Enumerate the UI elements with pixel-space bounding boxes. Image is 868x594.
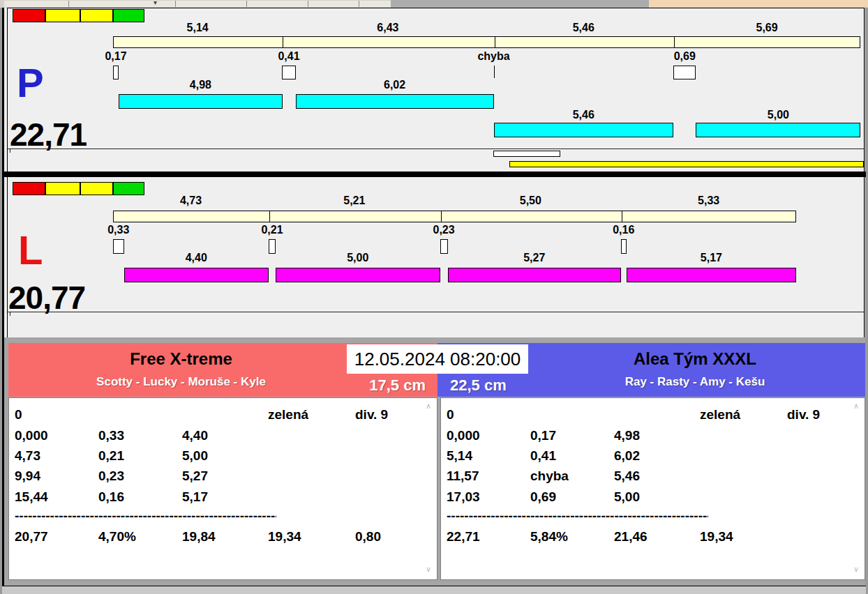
- table-total-cell: 0,80: [355, 529, 381, 544]
- table-cell: 5,17: [182, 489, 208, 505]
- table-division: div. 9: [787, 407, 820, 422]
- table-total-cell: 4,70%: [98, 529, 136, 544]
- table-status: zelená: [268, 407, 308, 422]
- segment-time-label: 5,21: [343, 195, 365, 207]
- table-total-cell: 21,46: [614, 529, 648, 544]
- toolbar-segment: [308, 1, 359, 7]
- toolbar-gray-block: [391, 0, 649, 8]
- segment-time-label: 5,33: [698, 195, 719, 207]
- table-cell: 0,41: [530, 448, 556, 464]
- table-separator: ----------------------------------------…: [15, 508, 276, 524]
- scroll-up-icon[interactable]: ∧: [426, 402, 431, 410]
- background-window-strip: ▾: [0, 0, 868, 8]
- table-start-code: 0: [447, 407, 454, 422]
- table-cell: 0,23: [98, 469, 124, 484]
- run-bar: [276, 268, 440, 282]
- change-time-box: [113, 239, 124, 254]
- table-cell: 0,69: [530, 489, 556, 505]
- table-cell: 0,16: [98, 489, 124, 505]
- traffic-light-segment: [113, 182, 144, 195]
- jump-height-left: 17,5 cm: [307, 376, 426, 395]
- table-total-cell: 19,34: [700, 529, 733, 544]
- table-total-cell: 5,84%: [530, 529, 568, 544]
- toolbar-tan-block: [649, 0, 868, 7]
- table-cell: 0,33: [98, 428, 124, 443]
- result-table-right[interactable]: 0zelenádiv. 90,0000,174,985,140,416,0211…: [440, 397, 865, 580]
- lane-total-time: 20,77: [8, 282, 85, 314]
- table-cell: 4,98: [614, 428, 640, 443]
- change-time-box: [269, 239, 276, 254]
- table-cell: 5,27: [182, 469, 208, 484]
- table-cell: 0,000: [15, 428, 48, 443]
- table-cell: 0,000: [447, 428, 480, 443]
- team-dogs-left: Scotty - Lucky - Moruše - Kyle: [8, 375, 354, 389]
- race-datetime: 12.05.2024 08:20:00: [347, 344, 528, 374]
- scroll-down-icon[interactable]: ∨: [426, 565, 431, 573]
- results-panel: Free X-treme Scotty - Lucky - Moruše - K…: [4, 337, 865, 586]
- table-cell: 4,40: [182, 428, 208, 443]
- table-cell: 15,44: [15, 489, 48, 505]
- lane-footer-tick: [10, 312, 10, 316]
- run-time-label: 5,17: [701, 252, 722, 264]
- result-table-left[interactable]: 0zelenádiv. 90,0000,334,404,730,215,009,…: [8, 397, 437, 580]
- table-separator: ----------------------------------------…: [447, 508, 708, 524]
- change-time-box: [621, 239, 627, 254]
- change-time-label: 0,23: [433, 224, 455, 236]
- team-dogs-right: Ray - Rasty - Amy - Kešu: [525, 375, 865, 389]
- segment-divider: [269, 211, 270, 222]
- team-name-left: Free X-treme: [8, 349, 354, 369]
- segment-divider: [622, 211, 622, 222]
- run-time-label: 4,40: [186, 252, 207, 264]
- lane-footer-line: [8, 312, 865, 312]
- segment-time-label: 4,73: [180, 195, 202, 207]
- run-time-label: 5,27: [523, 252, 545, 264]
- table-total-cell: 22,71: [447, 529, 480, 544]
- table-total-cell: 19,84: [182, 529, 216, 544]
- caret-down-icon: ▾: [154, 0, 157, 6]
- traffic-light-segment: [80, 182, 113, 195]
- run-bar: [124, 268, 269, 282]
- change-time-box: [440, 239, 448, 254]
- change-time-label: 0,33: [107, 224, 129, 236]
- run-bar: [627, 268, 797, 282]
- team-name-right: Alea Tým XXXL: [525, 349, 865, 369]
- segment-divider: [441, 211, 442, 222]
- table-start-code: 0: [15, 407, 22, 422]
- toolbar-segment: [176, 1, 247, 7]
- change-time-label: 0,21: [261, 224, 283, 236]
- table-cell: 4,73: [15, 448, 40, 464]
- table-cell: 0,21: [98, 448, 124, 464]
- table-total-cell: 20,77: [15, 529, 48, 544]
- table-status: zelená: [700, 407, 740, 422]
- toolbar-segment: [4, 1, 69, 7]
- table-cell: 11,57: [447, 469, 479, 484]
- table-cell: 5,00: [182, 448, 208, 464]
- table-cell: 5,14: [447, 448, 472, 464]
- run-time-label: 5,00: [347, 252, 368, 264]
- table-division: div. 9: [355, 407, 388, 422]
- table-cell: chyba: [530, 469, 569, 484]
- traffic-light-segment: [45, 182, 80, 195]
- traffic-light-segment: [13, 182, 45, 195]
- lane-letter: L: [18, 230, 43, 271]
- scroll-down-icon[interactable]: ∨: [853, 565, 859, 573]
- table-cell: 17,03: [447, 489, 480, 505]
- toolbar-segment: [247, 1, 308, 7]
- table-cell: 5,00: [614, 489, 640, 505]
- scroll-up-icon[interactable]: ∧: [853, 402, 859, 410]
- table-cell: 9,94: [15, 469, 40, 484]
- table-cell: 5,46: [614, 469, 640, 484]
- run-bar: [448, 268, 621, 282]
- toolbar-segment: [359, 1, 391, 7]
- window-bottom-strip: [2, 586, 866, 594]
- toolbar-segment: [69, 1, 176, 7]
- segment-time-label: 5,50: [520, 195, 541, 207]
- segment-bar: [113, 211, 796, 222]
- jump-height-right: 22,5 cm: [450, 376, 569, 395]
- change-time-label: 0,16: [613, 224, 634, 236]
- table-cell: 0,17: [530, 428, 556, 443]
- table-cell: 6,02: [614, 448, 640, 464]
- table-total-cell: 19,34: [268, 529, 301, 544]
- flyball-timing-window: P22,715,146,435,465,690,170,41chyba0,694…: [0, 0, 868, 594]
